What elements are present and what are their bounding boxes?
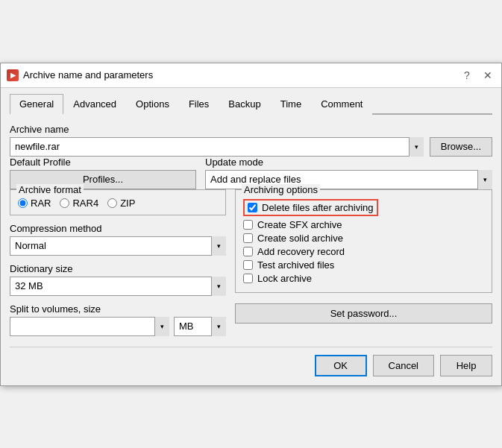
archive-name-dropdown-btn[interactable]: ▾ <box>409 137 424 157</box>
compression-method-input[interactable] <box>10 236 226 256</box>
test-archived-label: Test archived files <box>257 259 334 271</box>
tab-comment[interactable]: Comment <box>311 94 372 115</box>
compression-method-label: Compression method <box>10 223 226 234</box>
dictionary-size-label: Dictionary size <box>10 263 226 274</box>
window-icon: ▶ <box>7 69 19 81</box>
delete-files-highlighted: Delete files after archiving <box>243 199 378 216</box>
create-solid-label: Create solid archive <box>257 233 343 244</box>
tab-general[interactable]: General <box>10 94 63 115</box>
update-mode-dropdown-btn[interactable]: ▾ <box>477 170 492 189</box>
set-password-button[interactable]: Set password... <box>235 303 492 324</box>
format-zip-label: ZIP <box>120 198 135 209</box>
split-volumes-group: Split to volumes, size ▾ ▾ <box>10 303 226 336</box>
archive-format-radio-row: RAR RAR4 ZIP <box>18 198 218 209</box>
format-rar-option[interactable]: RAR <box>18 198 51 209</box>
close-button[interactable]: ✕ <box>480 68 495 83</box>
create-sfx-label: Create SFX archive <box>257 219 342 230</box>
create-sfx-option[interactable]: Create SFX archive <box>243 219 484 230</box>
create-sfx-checkbox[interactable] <box>243 220 253 230</box>
delete-files-label: Delete files after archiving <box>262 202 374 213</box>
create-solid-checkbox[interactable] <box>243 233 253 243</box>
tab-time[interactable]: Time <box>271 94 311 115</box>
split-unit-wrapper: ▾ <box>174 317 226 336</box>
content-area: General Advanced Options Files Backup Ti… <box>1 88 501 385</box>
help-dialog-button[interactable]: Help <box>440 355 492 376</box>
compression-method-dropdown-btn[interactable]: ▾ <box>211 236 226 256</box>
help-button[interactable]: ? <box>459 68 474 83</box>
two-column-area: Archive format RAR RAR4 ZIP <box>10 189 492 336</box>
archive-name-group: Archive name ▾ <box>10 124 424 157</box>
archive-format-group: Archive format RAR RAR4 ZIP <box>10 189 226 215</box>
add-recovery-label: Add recovery record <box>257 246 345 257</box>
tab-files[interactable]: Files <box>179 94 219 115</box>
split-volumes-row: ▾ ▾ <box>10 317 226 336</box>
test-archived-option[interactable]: Test archived files <box>243 259 484 271</box>
archiving-options-label: Archiving options <box>242 184 320 195</box>
create-solid-option[interactable]: Create solid archive <box>243 233 484 244</box>
lock-archive-checkbox[interactable] <box>243 274 253 283</box>
split-unit-dropdown-btn[interactable]: ▾ <box>211 317 226 336</box>
archiving-options-group: Archiving options Delete files after arc… <box>235 189 492 293</box>
dictionary-size-group: Dictionary size ▾ <box>10 263 226 296</box>
dictionary-size-wrapper: ▾ <box>10 277 226 296</box>
delete-files-option[interactable]: Delete files after archiving <box>243 199 484 216</box>
split-volume-input-wrapper: ▾ <box>10 317 169 336</box>
compression-method-wrapper: ▾ <box>10 236 226 256</box>
dictionary-size-input[interactable] <box>10 277 226 296</box>
add-recovery-option[interactable]: Add recovery record <box>243 246 484 257</box>
compression-method-group: Compression method ▾ <box>10 223 226 256</box>
main-window: ▶ Archive name and parameters ? ✕ Genera… <box>0 63 502 386</box>
lock-archive-label: Lock archive <box>257 273 312 284</box>
format-rar-radio[interactable] <box>18 198 28 208</box>
archive-name-row: Archive name ▾ Browse... <box>10 124 492 157</box>
format-rar4-radio[interactable] <box>60 198 69 208</box>
format-rar4-option[interactable]: RAR4 <box>60 198 98 209</box>
archive-format-label: Archive format <box>16 184 84 195</box>
archive-name-label: Archive name <box>10 124 424 135</box>
window-title: Archive name and parameters <box>23 69 153 81</box>
archive-name-input[interactable] <box>10 137 424 157</box>
lock-archive-option[interactable]: Lock archive <box>243 273 484 284</box>
update-mode-label: Update mode <box>205 157 492 168</box>
format-rar4-label: RAR4 <box>72 198 98 209</box>
left-column: Archive format RAR RAR4 ZIP <box>10 189 226 336</box>
tab-bar: General Advanced Options Files Backup Ti… <box>10 94 492 115</box>
delete-files-checkbox[interactable] <box>248 203 257 212</box>
right-column: Archiving options Delete files after arc… <box>235 189 492 336</box>
delete-files-option-row: Delete files after archiving <box>243 199 484 216</box>
title-bar-left: ▶ Archive name and parameters <box>7 69 153 81</box>
format-zip-option[interactable]: ZIP <box>107 198 135 209</box>
split-volume-input[interactable] <box>10 317 169 336</box>
tab-options[interactable]: Options <box>126 94 179 115</box>
format-zip-radio[interactable] <box>107 198 117 208</box>
test-archived-checkbox[interactable] <box>243 260 253 270</box>
bottom-button-row: OK Cancel Help <box>10 347 492 376</box>
archive-name-input-wrapper: ▾ <box>10 137 424 157</box>
dictionary-size-dropdown-btn[interactable]: ▾ <box>211 277 226 296</box>
tab-advanced[interactable]: Advanced <box>63 94 126 115</box>
cancel-button[interactable]: Cancel <box>373 355 434 376</box>
split-volumes-label: Split to volumes, size <box>10 303 226 315</box>
split-volume-dropdown-btn[interactable]: ▾ <box>154 317 169 336</box>
tab-backup[interactable]: Backup <box>219 94 270 115</box>
default-profile-label: Default Profile <box>10 157 196 168</box>
ok-button[interactable]: OK <box>315 355 367 376</box>
browse-button[interactable]: Browse... <box>430 137 492 157</box>
add-recovery-checkbox[interactable] <box>243 247 253 256</box>
title-bar: ▶ Archive name and parameters ? ✕ <box>1 63 501 88</box>
format-rar-label: RAR <box>31 198 51 209</box>
title-bar-right: ? ✕ <box>459 68 495 83</box>
